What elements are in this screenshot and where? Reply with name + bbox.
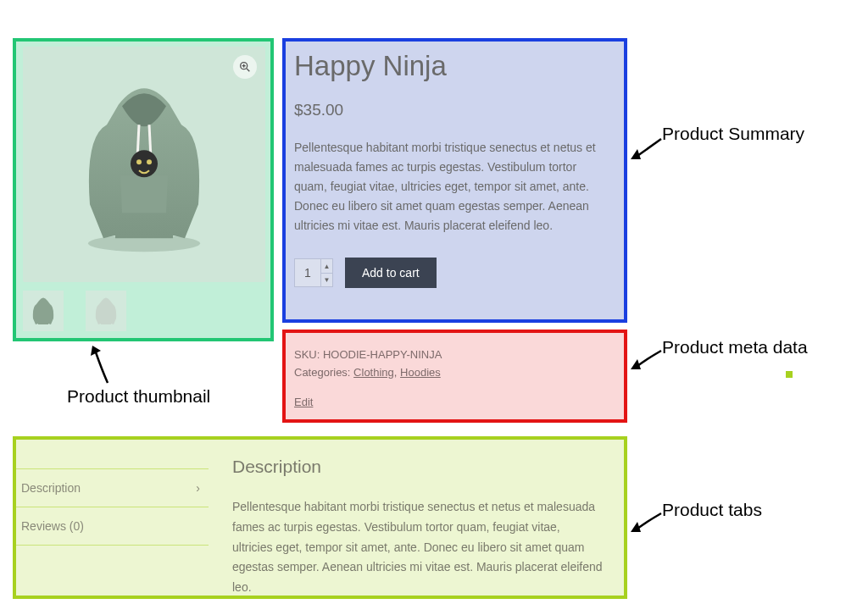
sku-label: SKU: [294, 348, 320, 361]
quantity-up-icon[interactable]: ▲ [320, 259, 332, 274]
tab-content-title: Description [232, 457, 604, 477]
tabs-nav: Description › Reviews (0) [16, 440, 209, 596]
product-price: $35.00 [294, 101, 612, 119]
product-main-image[interactable] [23, 47, 265, 282]
product-gallery [23, 291, 126, 331]
category-separator: , [394, 366, 400, 379]
tabs-content: Description Pellentesque habitant morbi … [209, 440, 624, 596]
tab-reviews-label: Reviews (0) [21, 519, 84, 533]
add-to-cart-button[interactable]: Add to cart [345, 258, 437, 288]
annotation-thumbnail: Product thumbnail [67, 386, 210, 407]
arrow-to-summary [629, 134, 665, 163]
cursor-artifact [786, 371, 793, 378]
gallery-thumb-1[interactable] [23, 291, 64, 331]
quantity-stepper[interactable]: 1 ▲ ▼ [294, 258, 333, 287]
tab-description[interactable]: Description › [16, 468, 209, 507]
annotation-tabs: Product tabs [662, 500, 762, 520]
product-tabs-region: Description › Reviews (0) Description Pe… [13, 436, 627, 599]
svg-point-8 [136, 159, 142, 164]
sku-value: HOODIE-HAPPY-NINJA [323, 348, 442, 361]
categories-line: Categories: Clothing, Hoodies [294, 366, 614, 379]
product-thumbnail-region [13, 38, 274, 341]
categories-label: Categories: [294, 366, 350, 379]
svg-line-1 [247, 69, 249, 71]
tab-reviews[interactable]: Reviews (0) [16, 507, 209, 546]
edit-link[interactable]: Edit [294, 396, 313, 408]
category-link-clothing[interactable]: Clothing [353, 366, 394, 379]
product-title: Happy Ninja [294, 50, 612, 82]
product-meta-region: SKU: HOODIE-HAPPY-NINJA Categories: Clot… [282, 330, 627, 423]
tab-description-label: Description [21, 481, 81, 495]
quantity-down-icon[interactable]: ▼ [320, 274, 332, 287]
arrow-to-tabs [629, 510, 665, 535]
chevron-right-icon: › [196, 481, 200, 495]
svg-point-9 [147, 159, 152, 164]
gallery-thumb-2[interactable] [86, 291, 126, 331]
product-summary-region: Happy Ninja $35.00 Pellentesque habitant… [282, 38, 627, 323]
arrow-to-thumbnail [89, 344, 123, 386]
add-to-cart-form: 1 ▲ ▼ Add to cart [294, 258, 612, 288]
tab-content-body: Pellentesque habitant morbi tristique se… [232, 497, 604, 598]
quantity-value: 1 [295, 259, 320, 286]
hoodie-illustration [73, 77, 215, 258]
annotation-meta: Product meta data [662, 337, 808, 357]
annotation-summary: Product Summary [662, 124, 804, 144]
category-link-hoodies[interactable]: Hoodies [400, 366, 441, 379]
zoom-icon[interactable] [233, 55, 257, 79]
sku-line: SKU: HOODIE-HAPPY-NINJA [294, 348, 614, 361]
arrow-to-meta [629, 347, 665, 373]
product-short-description: Pellentesque habitant morbi tristique se… [294, 138, 612, 235]
